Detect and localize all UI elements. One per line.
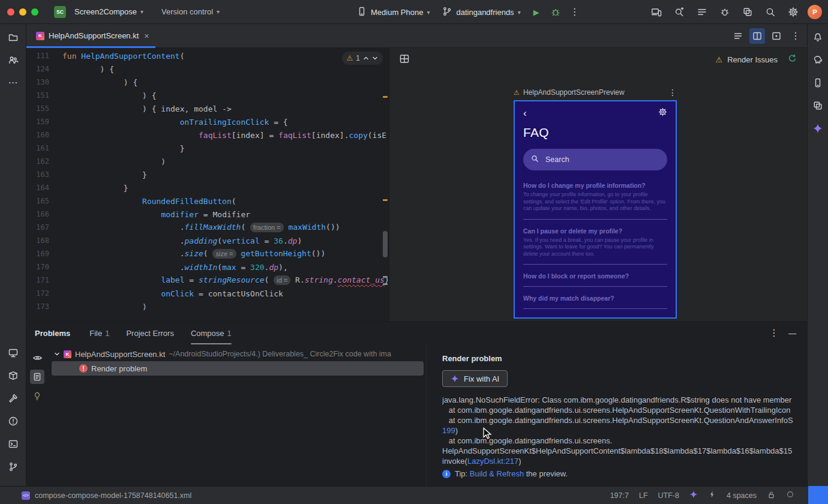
code-line[interactable]: 170 .widthIn(max = 320.dp),: [26, 260, 382, 274]
stripe-mark[interactable]: [383, 283, 388, 285]
search-input[interactable]: Search: [523, 149, 667, 170]
people-icon[interactable]: [5, 52, 22, 68]
run-button[interactable]: ▶: [528, 4, 545, 20]
tab-compose[interactable]: Compose 1: [191, 322, 232, 344]
code-area[interactable]: 111fun HelpAndSupportContent(124 ) {130 …: [26, 49, 382, 313]
preview-layout-icon[interactable]: [399, 53, 410, 66]
prev-problem-button[interactable]: [363, 54, 369, 63]
encoding-widget[interactable]: UTF-8: [658, 491, 679, 500]
profiler-icon[interactable]: [716, 4, 733, 20]
scrollbar-thumb[interactable]: [383, 231, 388, 257]
device-manager-icon[interactable]: [809, 74, 826, 91]
close-tab-icon[interactable]: ×: [144, 31, 149, 41]
indent-widget[interactable]: 4 spaces: [727, 491, 757, 500]
code-line[interactable]: 155 ) { index, model ->: [26, 102, 382, 115]
inspection-widget[interactable]: ⚠ 1: [342, 52, 383, 65]
faq-item[interactable]: How do I change my profile information?T…: [523, 182, 667, 220]
code-line[interactable]: 173 ): [26, 300, 382, 313]
minimize-window-button[interactable]: [19, 8, 26, 16]
settings-gear-icon[interactable]: [785, 4, 802, 20]
version-control-icon[interactable]: [5, 458, 22, 475]
split-view-button[interactable]: [749, 28, 765, 44]
next-problem-button[interactable]: [372, 54, 378, 63]
terminal-icon[interactable]: [5, 436, 22, 452]
code-view-button[interactable]: [730, 28, 746, 44]
code-line[interactable]: 168 .padding(vertical = 36.dp): [26, 234, 382, 247]
code-line[interactable]: 162 ): [26, 155, 382, 168]
device-explorer-icon[interactable]: [5, 367, 22, 384]
close-window-button[interactable]: [7, 8, 14, 16]
code-line[interactable]: 171 label = stringResource( id = R.strin…: [26, 274, 382, 287]
zoom-window-button[interactable]: [31, 8, 38, 16]
lock-icon[interactable]: [767, 490, 776, 501]
project-menu[interactable]: Screen2Compose ▾: [70, 5, 148, 19]
device-selector[interactable]: Medium Phone ▾: [352, 4, 434, 21]
code-line[interactable]: 151 ) {: [26, 89, 382, 102]
chevron-down-icon[interactable]: [54, 350, 60, 359]
ai-search-icon[interactable]: [671, 4, 688, 20]
code-editor[interactable]: 111fun HelpAndSupportContent(124 ) {130 …: [26, 48, 389, 321]
details-view-icon[interactable]: [30, 370, 44, 384]
running-devices-icon[interactable]: [5, 344, 22, 361]
task-list-icon[interactable]: [694, 4, 710, 20]
editor-scrollbar[interactable]: [382, 48, 389, 321]
faq-item[interactable]: Can I pause or delete my profile?Yes. If…: [523, 227, 667, 265]
editor-more-button[interactable]: ⋮: [788, 28, 803, 44]
tab-file[interactable]: File 1: [89, 322, 109, 344]
build-refresh-icon[interactable]: [787, 53, 797, 65]
code-line[interactable]: 165 RoundedFilledButton(: [26, 194, 382, 208]
run-more-button[interactable]: ⋮: [566, 4, 583, 20]
code-line[interactable]: 164 }: [26, 181, 382, 194]
live-edit-icon[interactable]: [708, 490, 716, 500]
code-line[interactable]: 159 onTrailingIconClick = {: [26, 115, 382, 128]
code-line[interactable]: 166 modifier = Modifier: [26, 208, 382, 221]
warning-stripe-mark[interactable]: [383, 96, 388, 98]
fix-with-ai-button[interactable]: Fix with AI: [442, 370, 508, 387]
problems-more-icon[interactable]: ⋮: [769, 328, 779, 338]
project-folder-icon[interactable]: [5, 29, 22, 46]
settings-gear-icon[interactable]: [658, 107, 667, 118]
faq-item[interactable]: Why did my match disappear?: [523, 295, 667, 309]
stack-trace-link[interactable]: 199: [442, 426, 455, 435]
tab-project-errors[interactable]: Project Errors: [126, 322, 173, 344]
device-mirroring-icon[interactable]: [648, 4, 665, 20]
resource-manager-icon[interactable]: [739, 4, 756, 20]
code-line[interactable]: 160 faqList[index] = faqList[index].copy…: [26, 128, 382, 142]
phone-preview[interactable]: ‹ FAQ Search How do I change my profile …: [514, 100, 677, 319]
search-icon[interactable]: [762, 4, 779, 20]
tree-file-row[interactable]: K HelpAndSupportScreen.kt ~/AndroidStudi…: [48, 347, 426, 361]
preview-card-menu-icon[interactable]: ⋮: [668, 88, 677, 97]
line-separator-widget[interactable]: LF: [639, 491, 648, 500]
stripe-mark[interactable]: [383, 276, 388, 278]
build-icon[interactable]: [5, 390, 22, 407]
preview-eye-icon[interactable]: [30, 350, 44, 365]
code-line[interactable]: 124 ) {: [26, 62, 382, 76]
branch-widget[interactable]: datingandfriends ▾: [437, 4, 525, 21]
code-line[interactable]: 130 ) {: [26, 76, 382, 89]
code-line[interactable]: 111fun HelpAndSupportContent(: [26, 49, 382, 62]
code-line[interactable]: 161 }: [26, 142, 382, 155]
code-line[interactable]: 169 .size( size = getButtonHeight()): [26, 247, 382, 260]
user-avatar[interactable]: P: [808, 5, 822, 19]
editor-tab[interactable]: K HelpAndSupportScreen.kt ×: [26, 24, 155, 47]
vcs-menu[interactable]: Version control ▾: [157, 5, 224, 19]
faq-item[interactable]: How do I block or report someone?: [523, 272, 667, 287]
gradle-icon[interactable]: [809, 52, 826, 68]
hide-panel-icon[interactable]: —: [788, 329, 796, 338]
debug-button[interactable]: [547, 4, 564, 20]
build-variants-icon[interactable]: [809, 97, 826, 114]
status-indicator-icon[interactable]: [786, 490, 794, 500]
code-line[interactable]: 172 onClick = contactUsOnClick: [26, 287, 382, 300]
notifications-bell-icon[interactable]: [809, 29, 826, 46]
ai-assistant-status-icon[interactable]: [689, 490, 698, 500]
back-button[interactable]: ‹: [523, 108, 527, 118]
code-line[interactable]: 163 }: [26, 168, 382, 181]
problems-icon[interactable]: [5, 413, 22, 430]
gemini-icon[interactable]: [809, 120, 826, 137]
design-view-button[interactable]: [769, 28, 784, 44]
more-tool-windows-icon[interactable]: ⋯: [5, 74, 22, 91]
tree-problem-row[interactable]: ! Render problem: [52, 361, 424, 376]
quick-fix-bulb-icon[interactable]: [30, 389, 44, 403]
render-issues-button[interactable]: Render Issues: [727, 55, 778, 64]
caret-position-widget[interactable]: 197:7: [610, 491, 629, 500]
